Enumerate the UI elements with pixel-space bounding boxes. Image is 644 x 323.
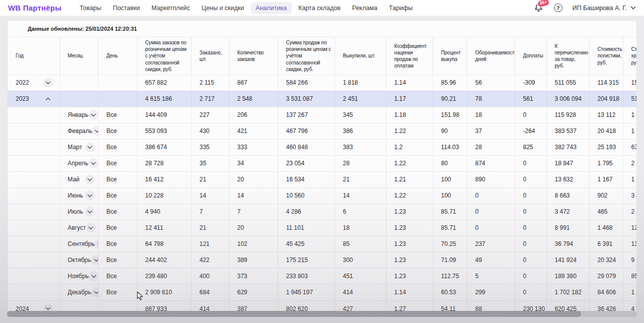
- month-select[interactable]: [89, 271, 98, 281]
- question-icon: ?: [556, 5, 560, 11]
- value-cell-1: 684: [191, 284, 229, 300]
- month-select[interactable]: [85, 207, 95, 217]
- nav-item-7[interactable]: Тарифы: [384, 2, 418, 14]
- value-cell-4: 18: [335, 220, 386, 236]
- month-cell: Декабрь: [59, 284, 98, 300]
- value-cell-11: 9 23: [623, 252, 636, 268]
- value-cell-8: 0: [515, 107, 546, 123]
- value-cell-3: 584 266: [278, 75, 335, 91]
- value-cell-1: 2 717: [191, 91, 229, 107]
- nav-item-1[interactable]: Поставки: [108, 2, 145, 14]
- value-cell-5: 1.14: [386, 75, 433, 91]
- value-cell-0: 2 909 610: [137, 284, 191, 300]
- column-header-13: Стоимость логистики, руб.: [589, 37, 623, 75]
- notifications-button[interactable]: 99+: [534, 3, 544, 13]
- year-label: 2023: [16, 95, 29, 102]
- value-cell-7: 874: [467, 155, 515, 171]
- analytics-panel: Данные обновлены: 25/01/2024 12:20:31 Го…: [7, 20, 637, 317]
- chevron-down-icon: [630, 6, 636, 10]
- month-select[interactable]: [85, 174, 95, 184]
- value-cell-9: 18 847: [546, 155, 589, 171]
- value-cell-7: 237: [467, 236, 515, 252]
- year-cell: [8, 139, 59, 155]
- year-cell: 2022: [8, 75, 59, 91]
- month-cell: [59, 75, 98, 91]
- value-cell-11: 2 38: [623, 204, 636, 220]
- value-cell-10: 1 795: [589, 155, 623, 171]
- analytics-table: ГодМесяцДеньСумма заказов по розничным ц…: [8, 37, 636, 316]
- day-cell: Все: [98, 284, 137, 300]
- column-header-12: К перечислению за товар, руб.: [546, 37, 589, 75]
- value-cell-1: 400: [191, 268, 229, 284]
- value-cell-8: 0: [515, 187, 546, 204]
- value-cell-4: 2 451: [335, 91, 386, 107]
- app-logo[interactable]: WB Партнёры: [8, 4, 61, 12]
- month-select[interactable]: [92, 126, 98, 136]
- value-cell-11: 51 7: [623, 91, 636, 107]
- column-header-7: Выкупили, шт.: [335, 37, 386, 75]
- value-cell-6: 85.96: [433, 75, 467, 91]
- month-select[interactable]: [85, 142, 95, 152]
- month-label: Август: [68, 224, 86, 231]
- table-row-0: 2022657 8822 115867584 2661 8181.1485.96…: [8, 75, 636, 91]
- nav-item-4[interactable]: Аналитика: [251, 2, 292, 14]
- chevron-down-icon: [45, 81, 51, 85]
- value-cell-10: 13 112: [589, 107, 623, 123]
- column-header-11: Доплаты: [515, 37, 546, 75]
- value-cell-0: 16 412: [137, 171, 191, 187]
- value-cell-0: 386 674: [137, 139, 191, 155]
- month-select[interactable]: [86, 223, 96, 233]
- year-cell: [8, 123, 59, 139]
- value-cell-0: 4 615 186: [137, 91, 191, 107]
- chevron-down-icon: [91, 162, 96, 165]
- month-cell: Февраль: [59, 123, 98, 139]
- year-cell: 2023: [8, 91, 59, 107]
- value-cell-9: 115 928: [546, 107, 589, 123]
- table-row-1: 20234 615 1862 7172 5483 531 0872 4511.1…: [8, 91, 636, 107]
- value-cell-8: -309: [515, 75, 546, 91]
- nav-item-2[interactable]: Маркетплейс: [146, 2, 195, 14]
- nav-item-3[interactable]: Цены и скидки: [197, 2, 249, 14]
- value-cell-10: 25 193: [589, 139, 623, 155]
- value-cell-11: 12 8: [623, 220, 636, 236]
- month-select[interactable]: [85, 190, 95, 201]
- month-cell: Октябрь: [59, 252, 98, 268]
- year-label: 2022: [16, 79, 29, 86]
- value-cell-5: 1.23: [386, 236, 433, 252]
- value-cell-2: 389: [229, 252, 278, 268]
- value-cell-2: 373: [229, 268, 278, 284]
- value-cell-3: 460 848: [278, 139, 335, 155]
- horizontal-scrollbar[interactable]: [7, 311, 637, 317]
- nav-item-6[interactable]: Реклама: [347, 2, 382, 14]
- account-menu[interactable]: ИП Баширова А. Г.: [573, 5, 636, 12]
- account-name: ИП Баширова А. Г.: [573, 5, 627, 12]
- value-cell-1: 14: [191, 187, 229, 204]
- help-button[interactable]: ?: [554, 4, 562, 12]
- top-navigation: WB Партнёры ТоварыПоставкиМаркетплейсЦен…: [0, 0, 644, 16]
- year-expand-toggle[interactable]: [43, 94, 53, 104]
- value-cell-11: 3 41: [623, 187, 636, 204]
- value-cell-4: 14: [335, 187, 386, 204]
- column-header-14: Стоимость хранения, руб.: [623, 37, 636, 75]
- day-cell: Все: [98, 220, 137, 236]
- year-expand-toggle[interactable]: [43, 78, 53, 88]
- month-select[interactable]: [89, 110, 98, 120]
- value-cell-10: 1 167: [589, 171, 623, 187]
- month-select[interactable]: [91, 255, 98, 265]
- nav-item-0[interactable]: Товары: [74, 2, 106, 14]
- column-header-5: Количество заказов: [229, 37, 278, 75]
- value-cell-9: 141 924: [546, 252, 589, 268]
- value-cell-3: 11 101: [278, 220, 335, 236]
- month-select[interactable]: [95, 239, 98, 249]
- scrollbar-thumb[interactable]: [7, 311, 581, 317]
- value-cell-0: 4 940: [137, 204, 191, 220]
- value-cell-3: 4 286: [278, 204, 335, 220]
- value-cell-10: 902: [589, 187, 623, 204]
- month-select[interactable]: [88, 158, 98, 168]
- year-cell: [8, 187, 59, 204]
- month-select[interactable]: [91, 287, 98, 297]
- main-menu: ТоварыПоставкиМаркетплейсЦены и скидкиАн…: [74, 2, 419, 14]
- month-cell: Август: [59, 220, 98, 236]
- nav-item-5[interactable]: Карта складов: [293, 2, 346, 14]
- column-header-6: Сумма продаж по розничным ценам с учётом…: [278, 37, 335, 75]
